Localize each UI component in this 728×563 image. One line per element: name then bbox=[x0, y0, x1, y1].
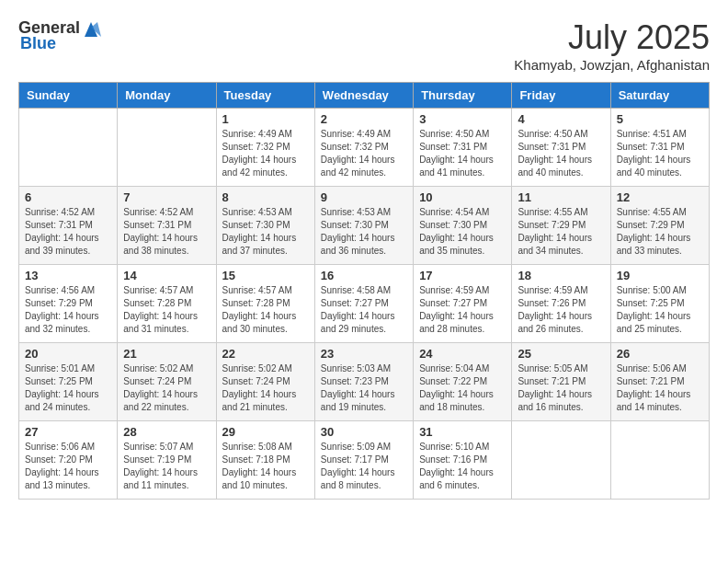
day-number: 23 bbox=[321, 347, 407, 361]
day-number: 21 bbox=[123, 347, 210, 361]
day-info: Sunrise: 4:57 AMSunset: 7:28 PMDaylight:… bbox=[123, 284, 210, 336]
calendar-cell: 25Sunrise: 5:05 AMSunset: 7:21 PMDayligh… bbox=[512, 343, 610, 421]
calendar-cell bbox=[610, 421, 709, 500]
month-title: July 2025 bbox=[514, 18, 710, 57]
day-number: 1 bbox=[222, 112, 309, 126]
day-number: 9 bbox=[321, 190, 407, 204]
day-info: Sunrise: 4:58 AMSunset: 7:27 PMDaylight:… bbox=[321, 284, 407, 336]
weekday-header-tuesday: Tuesday bbox=[216, 83, 314, 109]
day-info: Sunrise: 5:07 AMSunset: 7:19 PMDaylight:… bbox=[123, 441, 210, 492]
day-info: Sunrise: 4:55 AMSunset: 7:29 PMDaylight:… bbox=[518, 206, 604, 258]
weekday-header-wednesday: Wednesday bbox=[314, 83, 413, 109]
day-number: 19 bbox=[617, 269, 703, 282]
calendar-cell: 22Sunrise: 5:02 AMSunset: 7:24 PMDayligh… bbox=[216, 343, 314, 421]
logo-icon bbox=[81, 20, 101, 37]
calendar-cell: 21Sunrise: 5:02 AMSunset: 7:24 PMDayligh… bbox=[118, 343, 216, 421]
weekday-header-row: SundayMondayTuesdayWednesdayThursdayFrid… bbox=[19, 83, 710, 109]
day-number: 30 bbox=[321, 425, 407, 439]
calendar-cell: 28Sunrise: 5:07 AMSunset: 7:19 PMDayligh… bbox=[118, 421, 216, 500]
day-info: Sunrise: 4:52 AMSunset: 7:31 PMDaylight:… bbox=[25, 206, 111, 258]
day-info: Sunrise: 4:52 AMSunset: 7:31 PMDaylight:… bbox=[123, 206, 210, 258]
day-info: Sunrise: 4:56 AMSunset: 7:29 PMDaylight:… bbox=[25, 284, 111, 336]
calendar-cell: 30Sunrise: 5:09 AMSunset: 7:17 PMDayligh… bbox=[314, 421, 413, 500]
day-info: Sunrise: 4:59 AMSunset: 7:26 PMDaylight:… bbox=[518, 284, 604, 336]
day-number: 6 bbox=[25, 190, 111, 204]
logo: General Blue bbox=[18, 18, 102, 53]
day-number: 8 bbox=[222, 190, 309, 204]
calendar-cell: 12Sunrise: 4:55 AMSunset: 7:29 PMDayligh… bbox=[610, 187, 709, 265]
calendar-cell: 20Sunrise: 5:01 AMSunset: 7:25 PMDayligh… bbox=[19, 343, 118, 421]
calendar-cell: 6Sunrise: 4:52 AMSunset: 7:31 PMDaylight… bbox=[19, 187, 118, 265]
calendar-cell bbox=[118, 109, 216, 187]
day-info: Sunrise: 4:49 AMSunset: 7:32 PMDaylight:… bbox=[321, 128, 407, 179]
day-info: Sunrise: 5:03 AMSunset: 7:23 PMDaylight:… bbox=[321, 362, 407, 414]
day-info: Sunrise: 5:10 AMSunset: 7:16 PMDaylight:… bbox=[419, 441, 506, 492]
calendar-cell: 19Sunrise: 5:00 AMSunset: 7:25 PMDayligh… bbox=[610, 265, 709, 343]
page-header: General Blue July 2025 Khamyab, Jowzjan,… bbox=[18, 18, 710, 73]
day-number: 18 bbox=[518, 269, 604, 282]
day-number: 17 bbox=[419, 269, 506, 282]
calendar-cell: 15Sunrise: 4:57 AMSunset: 7:28 PMDayligh… bbox=[216, 265, 314, 343]
day-info: Sunrise: 5:06 AMSunset: 7:20 PMDaylight:… bbox=[25, 441, 111, 492]
calendar-cell bbox=[19, 109, 118, 187]
day-info: Sunrise: 5:06 AMSunset: 7:21 PMDaylight:… bbox=[617, 362, 703, 414]
weekday-header-monday: Monday bbox=[118, 83, 216, 109]
day-info: Sunrise: 4:50 AMSunset: 7:31 PMDaylight:… bbox=[419, 128, 506, 179]
day-info: Sunrise: 4:59 AMSunset: 7:27 PMDaylight:… bbox=[419, 284, 506, 336]
day-number: 7 bbox=[123, 190, 210, 204]
day-info: Sunrise: 4:54 AMSunset: 7:30 PMDaylight:… bbox=[419, 206, 506, 258]
calendar-cell: 29Sunrise: 5:08 AMSunset: 7:18 PMDayligh… bbox=[216, 421, 314, 500]
calendar-week-row: 1Sunrise: 4:49 AMSunset: 7:32 PMDaylight… bbox=[19, 109, 710, 187]
day-info: Sunrise: 5:00 AMSunset: 7:25 PMDaylight:… bbox=[617, 284, 703, 336]
calendar-cell: 31Sunrise: 5:10 AMSunset: 7:16 PMDayligh… bbox=[414, 421, 512, 500]
calendar-cell: 10Sunrise: 4:54 AMSunset: 7:30 PMDayligh… bbox=[414, 187, 512, 265]
day-info: Sunrise: 5:09 AMSunset: 7:17 PMDaylight:… bbox=[321, 441, 407, 492]
calendar-cell: 11Sunrise: 4:55 AMSunset: 7:29 PMDayligh… bbox=[512, 187, 610, 265]
day-number: 5 bbox=[617, 112, 703, 126]
calendar-cell: 1Sunrise: 4:49 AMSunset: 7:32 PMDaylight… bbox=[216, 109, 314, 187]
day-number: 10 bbox=[419, 190, 506, 204]
day-number: 31 bbox=[419, 425, 506, 439]
day-info: Sunrise: 5:02 AMSunset: 7:24 PMDaylight:… bbox=[222, 362, 309, 414]
calendar-cell: 14Sunrise: 4:57 AMSunset: 7:28 PMDayligh… bbox=[118, 265, 216, 343]
calendar-cell: 26Sunrise: 5:06 AMSunset: 7:21 PMDayligh… bbox=[610, 343, 709, 421]
day-number: 24 bbox=[419, 347, 506, 361]
day-number: 12 bbox=[617, 190, 703, 204]
day-info: Sunrise: 4:50 AMSunset: 7:31 PMDaylight:… bbox=[518, 128, 604, 179]
calendar-cell: 3Sunrise: 4:50 AMSunset: 7:31 PMDaylight… bbox=[414, 109, 512, 187]
day-info: Sunrise: 5:08 AMSunset: 7:18 PMDaylight:… bbox=[222, 441, 309, 492]
calendar-cell: 17Sunrise: 4:59 AMSunset: 7:27 PMDayligh… bbox=[414, 265, 512, 343]
day-info: Sunrise: 4:49 AMSunset: 7:32 PMDaylight:… bbox=[222, 128, 309, 179]
day-number: 25 bbox=[518, 347, 604, 361]
calendar-cell: 23Sunrise: 5:03 AMSunset: 7:23 PMDayligh… bbox=[314, 343, 413, 421]
title-block: July 2025 Khamyab, Jowzjan, Afghanistan bbox=[514, 18, 710, 73]
day-number: 11 bbox=[518, 190, 604, 204]
calendar-cell: 8Sunrise: 4:53 AMSunset: 7:30 PMDaylight… bbox=[216, 187, 314, 265]
location-title: Khamyab, Jowzjan, Afghanistan bbox=[514, 57, 710, 73]
day-info: Sunrise: 4:53 AMSunset: 7:30 PMDaylight:… bbox=[222, 206, 309, 258]
calendar-week-row: 20Sunrise: 5:01 AMSunset: 7:25 PMDayligh… bbox=[19, 343, 710, 421]
day-info: Sunrise: 4:57 AMSunset: 7:28 PMDaylight:… bbox=[222, 284, 309, 336]
calendar-week-row: 6Sunrise: 4:52 AMSunset: 7:31 PMDaylight… bbox=[19, 187, 710, 265]
calendar-cell: 9Sunrise: 4:53 AMSunset: 7:30 PMDaylight… bbox=[314, 187, 413, 265]
calendar-week-row: 13Sunrise: 4:56 AMSunset: 7:29 PMDayligh… bbox=[19, 265, 710, 343]
calendar-cell: 13Sunrise: 4:56 AMSunset: 7:29 PMDayligh… bbox=[19, 265, 118, 343]
weekday-header-saturday: Saturday bbox=[610, 83, 709, 109]
day-info: Sunrise: 5:02 AMSunset: 7:24 PMDaylight:… bbox=[123, 362, 210, 414]
day-number: 27 bbox=[25, 425, 111, 439]
calendar-cell: 7Sunrise: 4:52 AMSunset: 7:31 PMDaylight… bbox=[118, 187, 216, 265]
logo-blue: Blue bbox=[20, 34, 56, 53]
calendar-week-row: 27Sunrise: 5:06 AMSunset: 7:20 PMDayligh… bbox=[19, 421, 710, 500]
weekday-header-thursday: Thursday bbox=[414, 83, 512, 109]
calendar-cell: 5Sunrise: 4:51 AMSunset: 7:31 PMDaylight… bbox=[610, 109, 709, 187]
day-number: 14 bbox=[123, 269, 210, 282]
day-number: 22 bbox=[222, 347, 309, 361]
day-number: 4 bbox=[518, 112, 604, 126]
calendar-cell: 27Sunrise: 5:06 AMSunset: 7:20 PMDayligh… bbox=[19, 421, 118, 500]
calendar-cell bbox=[512, 421, 610, 500]
weekday-header-sunday: Sunday bbox=[19, 83, 118, 109]
weekday-header-friday: Friday bbox=[512, 83, 610, 109]
day-number: 15 bbox=[222, 269, 309, 282]
day-info: Sunrise: 5:04 AMSunset: 7:22 PMDaylight:… bbox=[419, 362, 506, 414]
day-number: 16 bbox=[321, 269, 407, 282]
